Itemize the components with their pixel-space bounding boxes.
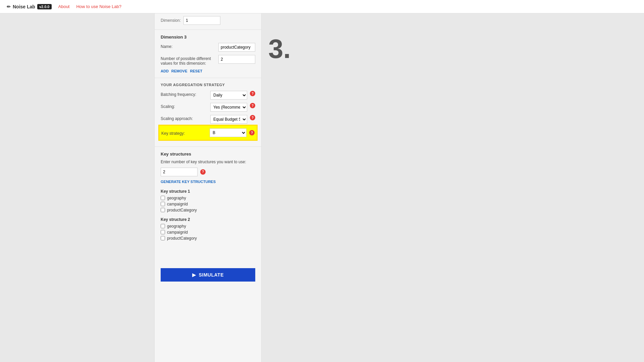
values-input[interactable] [218,55,255,64]
ks1-geography-checkbox[interactable] [161,196,165,200]
simulate-label: SIMULATE [199,272,224,278]
right-area: 3. [262,13,644,362]
app-logo: ✏ Noise Lab v2.0.0 [7,4,52,9]
ks2-campaignid-label: campaignId [167,230,188,235]
scaling-select[interactable]: Yes (Recommended) No [210,103,247,112]
annotation-number: 3. [268,34,291,64]
values-field-row: Number of possible different values for … [161,55,255,66]
about-link[interactable]: About [58,4,70,9]
ks-count-row: ? [161,168,255,176]
ks1-productcategory-checkbox[interactable] [161,208,165,212]
ks2-geography-checkbox[interactable] [161,224,165,228]
ks2-campaignid-checkbox[interactable] [161,230,165,234]
add-link[interactable]: ADD [161,69,169,73]
simulate-button[interactable]: ▶ SIMULATE [161,268,255,282]
top-navigation: ✏ Noise Lab v2.0.0 About How to use Nois… [0,0,644,13]
ks2-productcategory-label: productCategory [167,236,197,241]
remove-link[interactable]: REMOVE [171,69,187,73]
version-badge: v2.0.0 [37,4,52,9]
key-structure-2-group: Key structure 2 geography campaignId pro… [161,217,255,241]
ks2-geography-label: geography [167,224,186,229]
scaling-approach-label: Scaling approach: [161,115,208,121]
ks1-checkbox-productcategory: productCategory [161,208,255,213]
dimension-top-input[interactable] [183,16,220,25]
key-strategy-select[interactable]: A B C [210,128,247,137]
batching-label: Batching frequency: [161,91,208,97]
ks1-checkbox-geography: geography [161,196,255,200]
batching-row: Batching frequency: Daily Weekly Monthly… [161,91,255,100]
name-input[interactable] [218,43,255,52]
ks1-title: Key structure 1 [161,189,255,194]
name-label: Name: [161,43,216,49]
ks2-productcategory-checkbox[interactable] [161,236,165,240]
ks2-checkbox-geography: geography [161,224,255,229]
aggregation-section: YOUR AGGREGATION STRATEGY Batching frequ… [155,78,261,147]
reset-link[interactable]: RESET [190,69,203,73]
scaling-approach-help-icon[interactable]: ? [250,115,255,120]
panel-content: Dimension: Dimension 3 Name: Number of p… [155,13,261,286]
aggregation-title: YOUR AGGREGATION STRATEGY [161,83,255,87]
scaling-label: Scaling: [161,103,208,109]
pencil-icon: ✏ [7,4,11,9]
dim-label-text: Dimension: [161,18,181,23]
ks2-title: Key structure 2 [161,217,255,222]
ks1-campaignid-checkbox[interactable] [161,202,165,206]
ks1-checkbox-campaignid: campaignId [161,202,255,206]
dim-label-row: Dimension: [161,16,255,25]
name-field-row: Name: [161,43,255,52]
ks-count-help-icon[interactable]: ? [200,169,206,175]
batching-help-icon[interactable]: ? [250,91,255,96]
simulate-icon: ▶ [192,272,196,278]
values-label: Number of possible different values for … [161,55,216,66]
ks1-geography-label: geography [167,196,186,200]
ks2-checkbox-campaignid: campaignId [161,230,255,235]
key-strategy-label: Key strategy: [161,130,207,136]
app-name: Noise Lab [13,4,35,9]
left-area [0,13,154,362]
batching-select[interactable]: Daily Weekly Monthly [210,91,247,100]
key-strategy-highlighted-row: Key strategy: A B C ? [159,126,257,140]
ks1-productcategory-label: productCategory [167,208,197,213]
key-structure-1-group: Key structure 1 geography campaignId pro… [161,189,255,213]
dimension3-section: Dimension 3 Name: Number of possible dif… [155,30,261,78]
scaling-row: Scaling: Yes (Recommended) No ? [161,103,255,112]
ks-count-input[interactable] [161,168,198,176]
ks2-checkbox-productcategory: productCategory [161,236,255,241]
key-structures-section: Key structures Enter number of key struc… [155,147,261,263]
how-to-link[interactable]: How to use Noise Lab? [76,4,121,9]
dimension3-title: Dimension 3 [161,35,255,40]
key-structures-description: Enter number of key structures you want … [161,159,255,165]
scaling-approach-select[interactable]: Equal Budget Split [210,115,247,124]
key-structures-title: Key structures [161,152,255,157]
simulate-area: ▶ SIMULATE [155,263,261,286]
scaling-approach-row: Scaling approach: Equal Budget Split ? [161,115,255,124]
center-panel: Dimension: Dimension 3 Name: Number of p… [154,13,262,362]
ks1-campaignid-label: campaignId [167,202,188,206]
main-layout: Dimension: Dimension 3 Name: Number of p… [0,13,644,362]
scaling-help-icon[interactable]: ? [250,103,255,108]
action-links: ADD REMOVE RESET [161,69,255,73]
generate-key-structures-link[interactable]: GENERATE KEY STRUCTURES [161,180,255,184]
top-truncated-section: Dimension: [155,13,261,30]
key-strategy-help-icon[interactable]: ? [249,130,255,135]
spacer [161,245,255,259]
